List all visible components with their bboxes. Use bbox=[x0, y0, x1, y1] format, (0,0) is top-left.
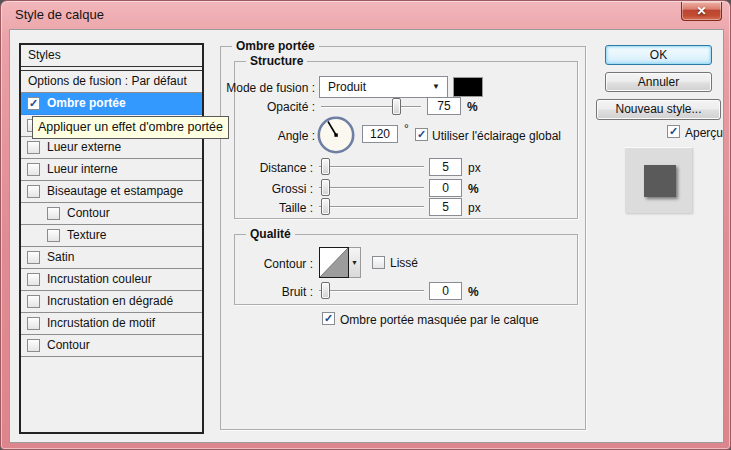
list-item-color-overlay[interactable]: Incrustation couleur bbox=[21, 269, 202, 291]
noise-label: Bruit : bbox=[220, 285, 313, 299]
slider-track[interactable] bbox=[319, 187, 424, 188]
checkbox-stroke[interactable] bbox=[27, 339, 40, 352]
antialias-checkbox[interactable] bbox=[372, 256, 385, 269]
checkbox-inner-glow[interactable] bbox=[27, 163, 40, 176]
list-item-pattern-overlay[interactable]: Incrustation de motif bbox=[21, 313, 202, 335]
chevron-down-icon: ▼ bbox=[351, 259, 358, 266]
opacity-input[interactable] bbox=[427, 97, 461, 115]
list-item-label: Satin bbox=[47, 247, 74, 268]
spread-unit: % bbox=[468, 182, 479, 196]
list-item-label: Contour bbox=[67, 203, 110, 224]
list-item-gradient-overlay[interactable]: Incrustation en dégradé bbox=[21, 291, 202, 313]
distance-unit: px bbox=[468, 161, 481, 175]
list-item-outer-glow[interactable]: Lueur externe bbox=[21, 137, 202, 159]
slider-track[interactable] bbox=[321, 106, 421, 107]
checkbox-bevel-emboss[interactable] bbox=[27, 185, 40, 198]
blend-mode-select[interactable]: Produit ▼ bbox=[319, 76, 448, 98]
check-icon: ✓ bbox=[324, 312, 333, 324]
global-light-checkbox[interactable]: ✓ bbox=[415, 128, 428, 141]
list-item-label: Lueur interne bbox=[47, 159, 118, 180]
check-icon: ✓ bbox=[417, 128, 426, 140]
opacity-slider[interactable] bbox=[321, 98, 421, 115]
size-input[interactable] bbox=[429, 198, 462, 216]
list-item-label: Ombre portée bbox=[47, 93, 126, 114]
angle-label: Angle : bbox=[220, 129, 315, 143]
tooltip-text: Appliquer un effet d'ombre portée bbox=[38, 120, 223, 134]
angle-input[interactable] bbox=[362, 125, 398, 143]
chevron-down-icon: ▼ bbox=[432, 77, 440, 97]
slider-track[interactable] bbox=[319, 206, 424, 207]
spread-input[interactable] bbox=[429, 179, 462, 197]
slider-thumb[interactable] bbox=[321, 179, 330, 196]
distance-slider[interactable] bbox=[319, 158, 424, 175]
size-slider[interactable] bbox=[319, 198, 424, 215]
check-icon: ✓ bbox=[669, 125, 678, 137]
style-preview bbox=[625, 147, 692, 213]
list-item-texture[interactable]: Texture bbox=[21, 225, 202, 247]
window-title: Style de calque bbox=[15, 1, 104, 28]
list-item-label: Lueur externe bbox=[47, 137, 121, 158]
checkbox-drop-shadow[interactable]: ✓ bbox=[27, 97, 40, 110]
list-item-bevel-contour[interactable]: Contour bbox=[21, 203, 202, 225]
contour-label: Contour : bbox=[220, 257, 313, 271]
checkbox-bevel-contour[interactable] bbox=[47, 207, 60, 220]
list-item-satin[interactable]: Satin bbox=[21, 247, 202, 269]
slider-track[interactable] bbox=[319, 166, 424, 167]
spread-label: Grossi : bbox=[220, 182, 313, 196]
noise-slider[interactable] bbox=[319, 282, 424, 299]
cancel-button[interactable]: Annuler bbox=[605, 72, 712, 92]
contour-picker[interactable] bbox=[319, 247, 349, 278]
checkbox-gradient-overlay[interactable] bbox=[27, 295, 40, 308]
opacity-unit: % bbox=[467, 100, 478, 114]
styles-list: Styles Options de fusion : Par défaut ✓ … bbox=[19, 43, 204, 434]
checkbox-outer-glow[interactable] bbox=[27, 141, 40, 154]
list-item-blending-options[interactable]: Options de fusion : Par défaut bbox=[21, 71, 202, 93]
blend-mode-value: Produit bbox=[328, 77, 366, 97]
global-light-label: Utiliser l'éclairage global bbox=[432, 129, 561, 143]
antialias-label: Lissé bbox=[390, 256, 418, 270]
preview-checkbox[interactable]: ✓ bbox=[667, 125, 680, 138]
noise-unit: % bbox=[468, 285, 479, 299]
tooltip: Appliquer un effet d'ombre portée bbox=[32, 116, 229, 139]
noise-input[interactable] bbox=[429, 282, 462, 300]
ok-button[interactable]: OK bbox=[605, 45, 712, 65]
list-item-label: Incrustation couleur bbox=[47, 269, 152, 290]
checkbox-texture[interactable] bbox=[47, 229, 60, 242]
checkbox-satin[interactable] bbox=[27, 251, 40, 264]
distance-label: Distance : bbox=[220, 161, 313, 175]
list-item-drop-shadow[interactable]: ✓ Ombre portée bbox=[21, 93, 202, 115]
shadow-color-swatch[interactable] bbox=[453, 77, 483, 97]
drop-shadow-group-title: Ombre portée bbox=[232, 39, 319, 53]
slider-thumb[interactable] bbox=[321, 282, 330, 299]
titlebar[interactable]: Style de calque ✕ bbox=[1, 1, 730, 29]
checkbox-pattern-overlay[interactable] bbox=[27, 317, 40, 330]
checkbox-color-overlay[interactable] bbox=[27, 273, 40, 286]
check-icon: ✓ bbox=[29, 97, 38, 109]
list-item-bevel-emboss[interactable]: Biseautage et estampage bbox=[21, 181, 202, 203]
dialog-body: Styles Options de fusion : Par défaut ✓ … bbox=[9, 29, 724, 443]
angle-unit: ° bbox=[404, 122, 409, 136]
layer-knockout-label: Ombre portée masquée par le calque bbox=[340, 313, 539, 327]
list-item-label: Contour bbox=[47, 335, 90, 356]
close-button[interactable]: ✕ bbox=[681, 2, 722, 21]
slider-thumb[interactable] bbox=[321, 158, 330, 175]
close-icon: ✕ bbox=[696, 4, 706, 18]
blend-mode-label: Mode de fusion : bbox=[220, 81, 315, 95]
list-item-label: Incrustation de motif bbox=[47, 313, 155, 334]
list-item-label: Incrustation en dégradé bbox=[47, 291, 173, 312]
slider-thumb[interactable] bbox=[392, 98, 401, 115]
slider-track[interactable] bbox=[319, 290, 424, 291]
new-style-button[interactable]: Nouveau style... bbox=[596, 99, 721, 120]
list-item-inner-glow[interactable]: Lueur interne bbox=[21, 159, 202, 181]
contour-dropdown-button[interactable]: ▼ bbox=[349, 247, 361, 278]
list-item-label: Texture bbox=[67, 225, 106, 246]
opacity-label: Opacité : bbox=[220, 100, 315, 114]
list-item-stroke[interactable]: Contour bbox=[21, 335, 202, 357]
angle-dial[interactable] bbox=[316, 115, 356, 155]
layer-knockout-checkbox[interactable]: ✓ bbox=[322, 312, 335, 325]
slider-thumb[interactable] bbox=[321, 198, 330, 215]
spread-slider[interactable] bbox=[319, 179, 424, 196]
quality-group-title: Qualité bbox=[246, 227, 295, 241]
list-item-label: Biseautage et estampage bbox=[47, 181, 183, 202]
distance-input[interactable] bbox=[429, 158, 462, 176]
